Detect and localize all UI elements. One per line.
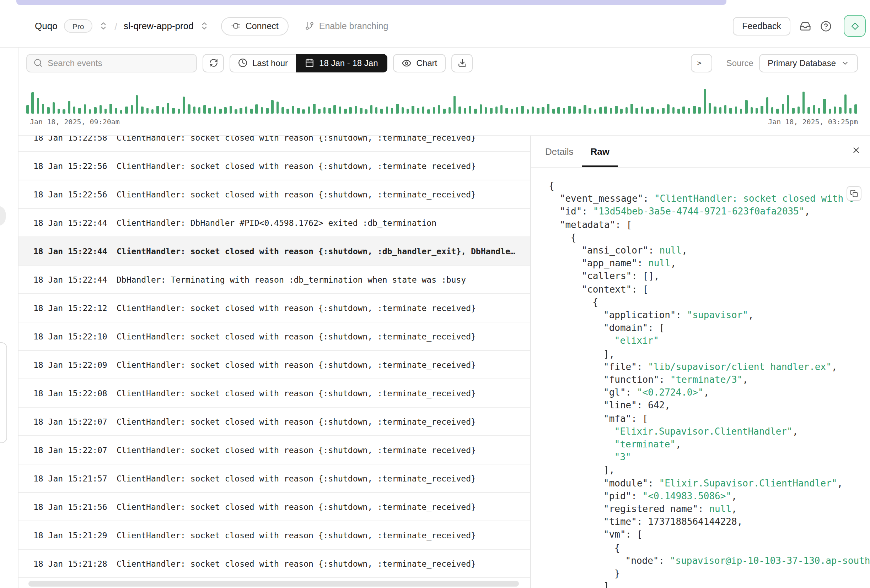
log-row[interactable]: 18 Jan 15:22:08ClientHandler: socket clo… — [18, 379, 530, 408]
histogram-bar — [307, 107, 310, 114]
histogram-bar — [438, 105, 440, 114]
download-button[interactable] — [451, 53, 473, 72]
histogram-bar — [365, 109, 368, 114]
log-row[interactable]: 18 Jan 15:22:12ClientHandler: socket clo… — [18, 294, 530, 322]
histogram-bar — [813, 105, 815, 114]
log-row[interactable]: 18 Jan 15:22:09ClientHandler: socket clo… — [18, 351, 530, 379]
timespan-label: Last hour — [252, 58, 288, 68]
log-row[interactable]: 18 Jan 15:22:07ClientHandler: socket clo… — [18, 436, 530, 465]
histogram-bar — [459, 107, 461, 114]
histogram-bar — [302, 109, 305, 114]
histogram-bar — [656, 109, 659, 114]
org-name[interactable]: Quqo — [35, 21, 58, 31]
histogram-bar — [761, 106, 763, 114]
histogram-bar — [125, 107, 128, 114]
date-range-button[interactable]: 18 Jan - 18 Jan — [296, 53, 387, 72]
project-switcher-button[interactable] — [200, 21, 209, 31]
log-row[interactable]: 18 Jan 15:21:57ClientHandler: socket clo… — [18, 465, 530, 493]
histogram-bar — [349, 107, 352, 114]
help-button[interactable] — [820, 20, 831, 31]
histogram-bar — [412, 106, 414, 114]
log-row[interactable]: 18 Jan 15:22:58ClientHandler: socket clo… — [18, 136, 530, 152]
json-line: ], — [549, 347, 870, 361]
log-row[interactable]: 18 Jan 15:22:56ClientHandler: socket clo… — [18, 180, 530, 209]
log-timestamp: 18 Jan 15:22:10 — [33, 331, 116, 341]
horizontal-scrollbar[interactable] — [28, 581, 519, 587]
log-row[interactable]: 18 Jan 15:22:44ClientHandler: socket clo… — [18, 237, 530, 266]
log-message: ClientHandler: socket closed with reason… — [116, 303, 476, 313]
tab-details[interactable]: Details — [537, 136, 582, 167]
histogram-bar — [297, 108, 299, 114]
histogram-bar — [558, 107, 560, 114]
copy-json-button[interactable] — [846, 186, 861, 201]
log-row[interactable]: 18 Jan 15:21:29ClientHandler: socket clo… — [18, 521, 530, 549]
histogram-bar — [73, 107, 76, 114]
close-panel-button[interactable] — [852, 146, 861, 155]
assistant-button[interactable] — [844, 15, 866, 37]
search-input[interactable] — [48, 58, 190, 68]
histogram-bar — [797, 107, 800, 114]
json-line: ] — [549, 581, 870, 588]
feedback-button[interactable]: Feedback — [733, 17, 790, 35]
project-name[interactable]: sl-qrew-app-prod — [124, 21, 194, 31]
histogram-bar — [625, 107, 628, 114]
log-row[interactable]: 18 Jan 15:22:44ClientHandler: DbHandler … — [18, 209, 530, 237]
query-console-button[interactable]: >_ — [691, 53, 712, 72]
histogram-bar — [552, 108, 555, 114]
log-row[interactable]: 18 Jan 15:21:28ClientHandler: socket clo… — [18, 549, 530, 578]
histogram-bar — [787, 95, 789, 114]
refresh-button[interactable] — [203, 53, 224, 72]
org-switcher-button[interactable] — [99, 21, 108, 31]
histogram-bar — [354, 106, 357, 114]
json-line: "module": "Elixir.Supavisor.ClientHandle… — [549, 477, 870, 490]
logs-main: Last hour 18 Jan - 18 Jan Chart >_ — [18, 48, 870, 588]
histogram-bar — [745, 100, 748, 114]
histogram-bar — [516, 107, 518, 114]
histogram-bar — [245, 107, 248, 114]
histogram-bar — [755, 108, 758, 114]
clock-icon — [238, 58, 247, 67]
histogram-bar — [771, 107, 774, 114]
connect-label: Connect — [246, 21, 279, 31]
log-row[interactable]: 18 Jan 15:22:07ClientHandler: socket clo… — [18, 408, 530, 436]
enable-branching-button[interactable]: Enable branching — [305, 21, 389, 31]
histogram-bar — [526, 109, 529, 114]
histogram-bar — [828, 108, 831, 114]
histogram-bar — [99, 105, 102, 114]
connect-button[interactable]: Connect — [221, 17, 289, 35]
log-row[interactable]: 18 Jan 15:22:44DbHandler: Terminating wi… — [18, 266, 530, 294]
histogram[interactable] — [26, 78, 858, 114]
log-row[interactable]: 18 Jan 15:22:10ClientHandler: socket clo… — [18, 322, 530, 351]
chart-toggle-button[interactable]: Chart — [393, 53, 446, 72]
histogram-bar — [271, 100, 274, 114]
histogram-bar — [453, 96, 456, 114]
log-row[interactable]: 18 Jan 15:22:56ClientHandler: socket clo… — [18, 152, 530, 180]
histogram-bar — [807, 107, 810, 114]
timespan-button[interactable]: Last hour — [229, 53, 296, 72]
chart-end-label: Jan 18, 2025, 03:25pm — [768, 118, 858, 126]
assistant-diamond-icon — [851, 22, 859, 30]
histogram-bar — [370, 105, 372, 114]
event-chart: Jan 18, 2025, 09:20am Jan 18, 2025, 03:2… — [18, 78, 870, 135]
tab-raw[interactable]: Raw — [582, 136, 618, 167]
log-message: ClientHandler: socket closed with reason… — [116, 445, 476, 455]
search-box[interactable] — [26, 53, 197, 72]
histogram-bar — [854, 104, 857, 114]
inbox-button[interactable] — [800, 20, 811, 31]
histogram-bar — [339, 107, 341, 114]
log-message: ClientHandler: socket closed with reason… — [116, 502, 476, 512]
histogram-bar — [31, 92, 34, 114]
histogram-bar — [417, 108, 419, 114]
sidebar-item-partial[interactable] — [0, 206, 6, 226]
app-header: Quqo Pro / sl-qrew-app-prod Connect Enab… — [0, 0, 870, 48]
collapsed-sidebar[interactable] — [0, 48, 18, 588]
histogram-bar — [318, 108, 320, 114]
source-select[interactable]: Primary Database — [759, 53, 858, 72]
histogram-bar — [58, 108, 60, 114]
logs-toolbar: Last hour 18 Jan - 18 Jan Chart >_ — [18, 48, 870, 78]
sidebar-panel-partial[interactable] — [0, 342, 7, 443]
histogram-bar — [214, 107, 216, 114]
inbox-icon — [800, 20, 811, 31]
log-row[interactable]: 18 Jan 15:21:56ClientHandler: socket clo… — [18, 493, 530, 521]
histogram-bar — [750, 107, 753, 114]
